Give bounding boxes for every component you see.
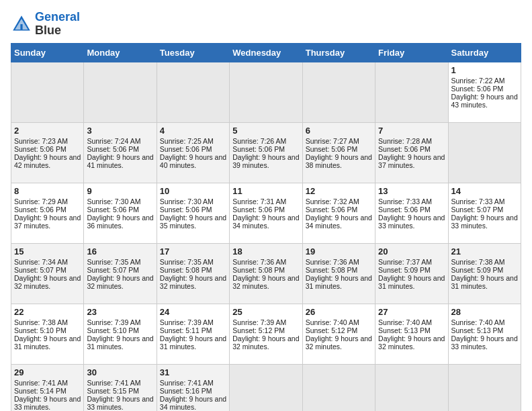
week-row-1: 1Sunrise: 7:22 AMSunset: 5:06 PMDaylight… xyxy=(11,62,521,122)
daylight: Daylight: 9 hours and 37 minutes. xyxy=(378,153,445,169)
weekday-header-wednesday: Wednesday xyxy=(230,43,302,62)
sunrise: Sunrise: 7:29 AM xyxy=(14,197,68,205)
sunrise: Sunrise: 7:36 AM xyxy=(306,258,359,266)
day-number: 15 xyxy=(14,246,81,257)
day-number: 10 xyxy=(160,186,226,196)
sunset: Sunset: 5:06 PM xyxy=(160,205,212,214)
day-number: 31 xyxy=(160,367,226,377)
sunset: Sunset: 5:12 PM xyxy=(232,326,285,334)
week-row-3: 8Sunrise: 7:29 AMSunset: 5:06 PMDaylight… xyxy=(11,183,521,243)
calendar-cell xyxy=(157,62,229,122)
sunrise: Sunrise: 7:30 AM xyxy=(87,197,140,205)
sunrise: Sunrise: 7:32 AM xyxy=(306,197,359,205)
day-number: 26 xyxy=(306,307,372,317)
calendar-cell: 11Sunrise: 7:31 AMSunset: 5:06 PMDayligh… xyxy=(230,183,302,243)
sunrise: Sunrise: 7:41 AM xyxy=(160,379,214,387)
daylight: Daylight: 9 hours and 37 minutes. xyxy=(14,214,81,230)
calendar-cell: 10Sunrise: 7:30 AMSunset: 5:06 PMDayligh… xyxy=(157,183,229,243)
calendar-cell: 19Sunrise: 7:36 AMSunset: 5:08 PMDayligh… xyxy=(302,243,375,304)
daylight: Daylight: 9 hours and 39 minutes. xyxy=(232,153,299,169)
calendar-cell xyxy=(84,62,157,122)
sunrise: Sunrise: 7:40 AM xyxy=(378,318,432,326)
day-number: 13 xyxy=(378,186,445,196)
sunset: Sunset: 5:09 PM xyxy=(451,266,504,274)
day-number: 27 xyxy=(378,307,445,317)
daylight: Daylight: 9 hours and 31 minutes. xyxy=(87,334,153,351)
daylight: Daylight: 9 hours and 33 minutes. xyxy=(14,395,81,411)
sunset: Sunset: 5:13 PM xyxy=(451,326,504,334)
sunset: Sunset: 5:07 PM xyxy=(451,205,504,214)
sunset: Sunset: 5:11 PM xyxy=(160,326,212,334)
calendar-table: SundayMondayTuesdayWednesdayThursdayFrid… xyxy=(11,43,521,411)
day-number: 21 xyxy=(451,246,518,257)
sunrise: Sunrise: 7:22 AM xyxy=(451,77,505,85)
calendar-cell: 14Sunrise: 7:33 AMSunset: 5:07 PMDayligh… xyxy=(448,183,521,243)
sunrise: Sunrise: 7:40 AM xyxy=(306,318,359,326)
sunrise: Sunrise: 7:39 AM xyxy=(232,318,286,326)
calendar-cell: 28Sunrise: 7:40 AMSunset: 5:13 PMDayligh… xyxy=(448,304,521,364)
day-number: 6 xyxy=(306,126,372,136)
daylight: Daylight: 9 hours and 33 minutes. xyxy=(451,334,518,351)
sunset: Sunset: 5:14 PM xyxy=(14,387,66,395)
daylight: Daylight: 9 hours and 38 minutes. xyxy=(306,153,372,169)
day-number: 5 xyxy=(232,126,299,136)
day-number: 14 xyxy=(451,186,518,196)
calendar-cell: 24Sunrise: 7:39 AMSunset: 5:11 PMDayligh… xyxy=(157,304,229,364)
calendar-cell: 3Sunrise: 7:24 AMSunset: 5:06 PMDaylight… xyxy=(84,122,157,183)
sunrise: Sunrise: 7:38 AM xyxy=(451,258,505,266)
day-number: 3 xyxy=(87,126,153,136)
sunset: Sunset: 5:08 PM xyxy=(306,266,358,274)
daylight: Daylight: 9 hours and 32 minutes. xyxy=(232,334,299,351)
calendar-cell: 30Sunrise: 7:41 AMSunset: 5:15 PMDayligh… xyxy=(84,364,157,411)
sunset: Sunset: 5:12 PM xyxy=(306,326,358,334)
calendar-cell: 6Sunrise: 7:27 AMSunset: 5:06 PMDaylight… xyxy=(302,122,375,183)
sunrise: Sunrise: 7:41 AM xyxy=(14,379,68,387)
week-row-6: 29Sunrise: 7:41 AMSunset: 5:14 PMDayligh… xyxy=(11,364,521,411)
sunrise: Sunrise: 7:34 AM xyxy=(14,258,68,266)
daylight: Daylight: 9 hours and 33 minutes. xyxy=(87,395,153,411)
weekday-header-friday: Friday xyxy=(375,43,448,62)
day-number: 9 xyxy=(87,186,153,196)
day-number: 17 xyxy=(160,246,226,257)
day-number: 28 xyxy=(451,307,518,317)
daylight: Daylight: 9 hours and 42 minutes. xyxy=(14,153,81,169)
weekday-header-thursday: Thursday xyxy=(302,43,375,62)
sunset: Sunset: 5:10 PM xyxy=(14,326,66,334)
calendar-cell xyxy=(448,364,521,411)
sunset: Sunset: 5:06 PM xyxy=(451,85,504,93)
sunset: Sunset: 5:06 PM xyxy=(306,205,358,214)
day-number: 11 xyxy=(232,186,299,196)
sunset: Sunset: 5:06 PM xyxy=(87,145,139,153)
sunrise: Sunrise: 7:39 AM xyxy=(160,318,214,326)
page-header: General Blue xyxy=(11,11,521,38)
calendar-cell: 13Sunrise: 7:33 AMSunset: 5:06 PMDayligh… xyxy=(375,183,448,243)
week-row-2: 2Sunrise: 7:23 AMSunset: 5:06 PMDaylight… xyxy=(11,122,521,183)
sunrise: Sunrise: 7:26 AM xyxy=(232,137,286,145)
sunset: Sunset: 5:08 PM xyxy=(160,266,212,274)
sunrise: Sunrise: 7:27 AM xyxy=(306,137,359,145)
sunset: Sunset: 5:06 PM xyxy=(306,145,358,153)
calendar-cell: 27Sunrise: 7:40 AMSunset: 5:13 PMDayligh… xyxy=(375,304,448,364)
day-number: 12 xyxy=(306,186,372,196)
weekday-header-saturday: Saturday xyxy=(448,43,521,62)
day-number: 2 xyxy=(14,126,81,136)
sunset: Sunset: 5:07 PM xyxy=(14,266,66,274)
daylight: Daylight: 9 hours and 31 minutes. xyxy=(451,274,518,290)
sunrise: Sunrise: 7:35 AM xyxy=(160,258,214,266)
calendar-cell: 1Sunrise: 7:22 AMSunset: 5:06 PMDaylight… xyxy=(448,62,521,122)
calendar-cell xyxy=(302,364,375,411)
calendar-cell: 31Sunrise: 7:41 AMSunset: 5:16 PMDayligh… xyxy=(157,364,229,411)
day-number: 8 xyxy=(14,186,81,196)
calendar-cell: 8Sunrise: 7:29 AMSunset: 5:06 PMDaylight… xyxy=(11,183,84,243)
day-number: 22 xyxy=(14,307,81,317)
calendar-cell: 23Sunrise: 7:39 AMSunset: 5:10 PMDayligh… xyxy=(84,304,157,364)
sunset: Sunset: 5:16 PM xyxy=(160,387,212,395)
calendar-cell: 2Sunrise: 7:23 AMSunset: 5:06 PMDaylight… xyxy=(11,122,84,183)
weekday-header-tuesday: Tuesday xyxy=(157,43,229,62)
logo-icon xyxy=(11,13,32,35)
daylight: Daylight: 9 hours and 40 minutes. xyxy=(160,153,226,169)
day-number: 7 xyxy=(378,126,445,136)
calendar-cell xyxy=(448,122,521,183)
sunset: Sunset: 5:06 PM xyxy=(87,205,139,214)
sunrise: Sunrise: 7:39 AM xyxy=(87,318,140,326)
